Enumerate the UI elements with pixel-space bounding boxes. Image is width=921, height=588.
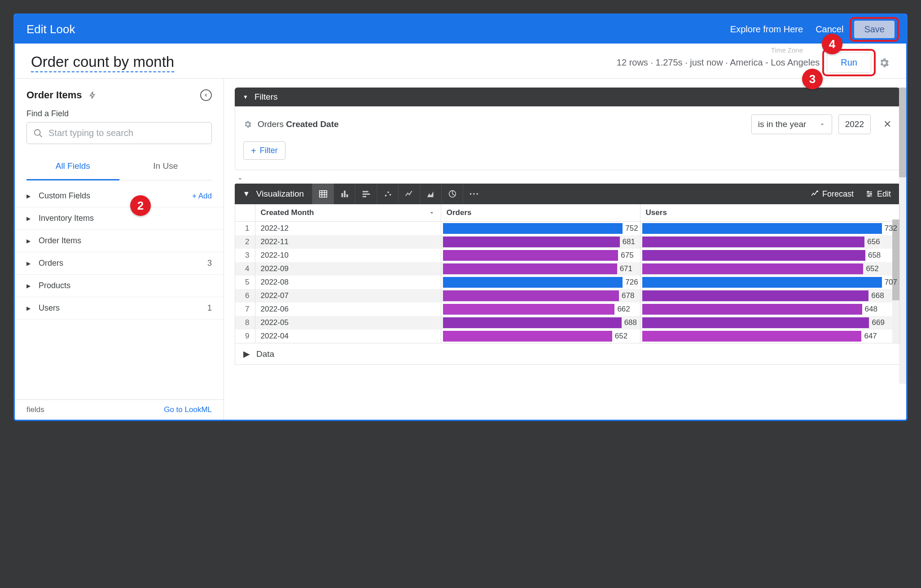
caret-down-icon[interactable]: ▼ — [243, 190, 250, 198]
svg-point-18 — [473, 193, 475, 195]
cell-users[interactable]: 732 — [640, 222, 899, 236]
forecast-button[interactable]: Forecast — [811, 189, 854, 199]
run-button[interactable]: Run — [827, 53, 871, 73]
explore-from-here-link[interactable]: Explore from Here — [730, 24, 803, 35]
vis-type-table-icon[interactable] — [312, 184, 333, 204]
vis-edit-button[interactable]: Edit — [865, 189, 891, 199]
cell-users[interactable]: 658 — [640, 249, 899, 262]
tab-in-use[interactable]: In Use — [119, 153, 212, 180]
vis-type-more-icon[interactable] — [463, 184, 484, 204]
table-row: 5 2022-08 726 707 — [235, 276, 899, 289]
look-title-input[interactable]: Order count by month — [31, 53, 174, 72]
row-number: 5 — [235, 276, 255, 289]
caret-right-icon: ▶ — [26, 193, 31, 199]
svg-point-0 — [35, 129, 40, 135]
filter-operator-select[interactable]: is in the year — [751, 114, 832, 134]
sliders-icon — [865, 190, 873, 198]
cell-month[interactable]: 2022-09 — [255, 262, 441, 276]
field-group-label: Custom Fields — [39, 191, 90, 201]
field-group-list: ▶Custom Fields+ Add▶Inventory Items▶Orde… — [15, 185, 224, 399]
find-field-label: Find a Field — [26, 109, 212, 118]
add-custom-field-link[interactable]: + Add — [192, 192, 212, 201]
main-scrollbar[interactable] — [899, 88, 906, 384]
field-group-row[interactable]: ▶Users1 — [15, 297, 224, 320]
bolt-icon — [88, 90, 96, 100]
col-header-month[interactable]: Created Month — [255, 204, 441, 222]
cell-orders[interactable]: 675 — [441, 249, 640, 262]
vis-type-line-icon[interactable] — [398, 184, 420, 204]
field-group-label: Users — [39, 303, 60, 313]
data-panel-header[interactable]: ▶ Data — [235, 343, 900, 365]
svg-point-26 — [868, 195, 869, 197]
table-row: 4 2022-09 671 652 — [235, 262, 899, 276]
collapse-sidebar-icon[interactable] — [200, 89, 212, 101]
remove-filter-icon[interactable]: ✕ — [883, 118, 891, 130]
app-frame: Edit Look Explore from Here Cancel Save … — [13, 13, 908, 421]
add-filter-button[interactable]: + Filter — [243, 141, 285, 160]
go-to-lookml-link[interactable]: Go to LookML — [164, 405, 212, 414]
expand-caret-icon[interactable]: ⌄ — [237, 174, 900, 181]
cell-users[interactable]: 668 — [640, 289, 899, 303]
cell-users[interactable]: 656 — [640, 235, 899, 249]
cell-month[interactable]: 2022-04 — [255, 329, 441, 343]
caret-right-icon: ▶ — [26, 260, 31, 267]
cell-orders[interactable]: 752 — [441, 222, 640, 236]
field-group-row[interactable]: ▶Orders3 — [15, 252, 224, 275]
caret-down-icon: ▼ — [243, 94, 248, 100]
caret-right-icon: ▶ — [26, 283, 31, 289]
subbar: Order count by month Time Zone 12 rows ·… — [15, 44, 906, 79]
cell-month[interactable]: 2022-06 — [255, 303, 441, 316]
chevron-down-icon — [428, 209, 435, 216]
gear-icon[interactable] — [878, 57, 890, 69]
field-group-row[interactable]: ▶Order Items — [15, 230, 224, 252]
row-number: 2 — [235, 235, 255, 249]
data-label: Data — [256, 349, 274, 359]
filters-panel-header[interactable]: ▼ Filters — [235, 88, 900, 106]
cell-users[interactable]: 647 — [640, 329, 899, 343]
cell-orders[interactable]: 726 — [441, 276, 640, 289]
cell-month[interactable]: 2022-07 — [255, 289, 441, 303]
field-group-row[interactable]: ▶Custom Fields+ Add — [15, 185, 224, 207]
svg-point-17 — [470, 193, 472, 195]
cell-users[interactable]: 707 — [640, 276, 899, 289]
field-group-row[interactable]: ▶Inventory Items — [15, 207, 224, 230]
cell-orders[interactable]: 688 — [441, 316, 640, 329]
vis-type-column-icon[interactable] — [333, 184, 355, 204]
cancel-link[interactable]: Cancel — [816, 24, 843, 35]
search-input[interactable] — [48, 128, 205, 138]
vis-type-scatter-icon[interactable] — [377, 184, 398, 204]
filter-value-input[interactable]: 2022 — [838, 114, 871, 134]
gear-icon[interactable] — [243, 120, 252, 129]
cell-orders[interactable]: 671 — [441, 262, 640, 276]
svg-rect-11 — [362, 193, 370, 195]
row-number: 1 — [235, 222, 255, 236]
cell-users[interactable]: 652 — [640, 262, 899, 276]
field-group-count: 1 — [207, 303, 212, 313]
cell-orders[interactable]: 652 — [441, 329, 640, 343]
save-button[interactable]: Save — [854, 21, 895, 38]
cell-month[interactable]: 2022-12 — [255, 222, 441, 236]
vis-type-pie-icon[interactable] — [441, 184, 463, 204]
cell-orders[interactable]: 662 — [441, 303, 640, 316]
cell-month[interactable]: 2022-08 — [255, 276, 441, 289]
field-group-row[interactable]: ▶Products — [15, 275, 224, 297]
field-tabs: All Fields In Use — [26, 153, 212, 180]
page-title: Edit Look — [26, 22, 718, 36]
svg-rect-8 — [344, 191, 346, 197]
cell-orders[interactable]: 681 — [441, 235, 640, 249]
vis-type-bar-icon[interactable] — [355, 184, 377, 204]
tab-all-fields[interactable]: All Fields — [26, 153, 119, 180]
col-header-users[interactable]: Users — [640, 204, 899, 222]
row-number: 3 — [235, 249, 255, 262]
cell-orders[interactable]: 678 — [441, 289, 640, 303]
cell-month[interactable]: 2022-11 — [255, 235, 441, 249]
col-header-orders[interactable]: Orders — [441, 204, 640, 222]
search-field-box[interactable] — [26, 122, 212, 144]
svg-rect-9 — [346, 194, 348, 197]
cell-users[interactable]: 648 — [640, 303, 899, 316]
vis-type-area-icon[interactable] — [420, 184, 441, 204]
cell-users[interactable]: 669 — [640, 316, 899, 329]
svg-rect-2 — [319, 191, 327, 197]
cell-month[interactable]: 2022-05 — [255, 316, 441, 329]
cell-month[interactable]: 2022-10 — [255, 249, 441, 262]
